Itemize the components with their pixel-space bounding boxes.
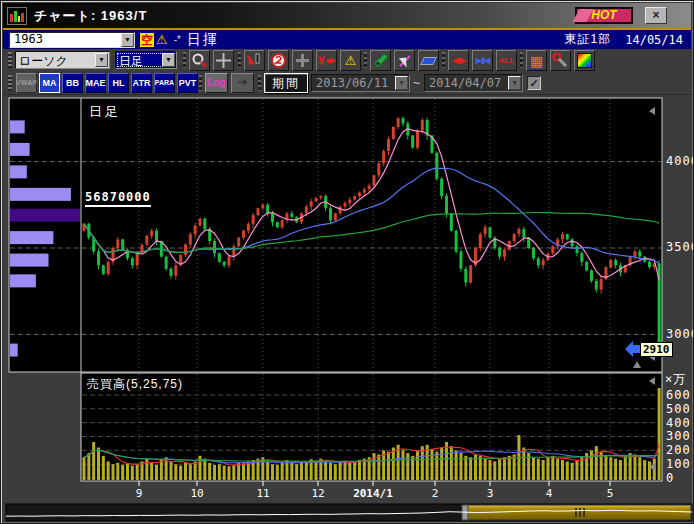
- margin-badge: 空: [140, 33, 154, 47]
- drop-marker-button[interactable]: [244, 50, 265, 71]
- window-title: チャート: 1963/T: [34, 7, 147, 25]
- toolbar-grip[interactable]: [8, 52, 12, 68]
- chart-style-dropdown-button[interactable]: ▼: [95, 53, 108, 67]
- toolbar-grip[interactable]: [8, 75, 12, 91]
- volume-unit-label: ×万: [665, 371, 686, 388]
- warning-icon: ⚠: [156, 33, 168, 47]
- yen-arrows-icon: ◀▶: [325, 56, 335, 65]
- volume-tick: 100: [666, 457, 691, 471]
- toolbar-separator: [364, 52, 367, 68]
- title-bar[interactable]: チャート: 1963/T HOT ×: [3, 3, 691, 28]
- timeframe-dropdown-button[interactable]: ▼: [162, 53, 175, 67]
- volume-profile-bar: [10, 188, 71, 201]
- alert-button[interactable]: ⚠: [340, 50, 361, 71]
- indicator-button-pvt[interactable]: PVT: [177, 73, 198, 93]
- date-from-field[interactable]: 2013/06/11 ▼: [311, 74, 410, 92]
- volume-ma-75: [84, 450, 659, 461]
- symbol-input[interactable]: [12, 33, 117, 46]
- candle-compress-icon: ◀▮▶: [452, 56, 466, 65]
- edge-scroll-arrow-icon: [649, 377, 655, 385]
- volume-tick: 500: [666, 402, 691, 416]
- date-to-dropdown-button[interactable]: ▼: [508, 76, 521, 90]
- step-arrow-icon: ➜: [237, 75, 247, 89]
- indicator-button-para[interactable]: PARA: [154, 73, 175, 93]
- indicator-button-vwap[interactable]: VWAP: [16, 73, 37, 93]
- indicator-button-hl[interactable]: HL: [108, 73, 129, 93]
- period-button[interactable]: 期間: [264, 73, 308, 93]
- indicator-button-bb[interactable]: BB: [62, 73, 83, 93]
- x-axis-tick: 4: [546, 487, 553, 500]
- edge-scroll-arrow-icon: [649, 463, 655, 471]
- chart-plot[interactable]: [3, 95, 693, 523]
- timer-button[interactable]: [268, 50, 289, 71]
- minimap-line: [6, 510, 692, 516]
- symbol-combobox: ▼: [9, 32, 135, 48]
- scrollbar-thumb-handle[interactable]: [462, 505, 468, 520]
- current-price-tag: 2910: [640, 342, 673, 357]
- symbol-dropdown-button[interactable]: ▼: [121, 33, 134, 47]
- volume-profile-bar: [10, 209, 80, 222]
- volume-pane-title: 売買高(5,25,75): [87, 376, 183, 393]
- yen-scale-button[interactable]: ¥ ◀▶: [316, 50, 337, 71]
- select-cursor-button[interactable]: [394, 50, 415, 71]
- pattern-button[interactable]: ▦: [526, 50, 547, 71]
- x-axis-tick: 2014/1: [353, 487, 393, 500]
- volume-profile-max-label: 56870000: [85, 190, 151, 207]
- draw-pencil-button[interactable]: [370, 50, 391, 71]
- price-ma-75: [84, 213, 659, 253]
- volume-profile-bar: [10, 231, 53, 244]
- toolbar-separator: [183, 52, 186, 68]
- zoom-button[interactable]: [189, 50, 210, 71]
- x-axis-tick: 12: [311, 487, 324, 500]
- edge-scroll-arrow-icon: [649, 107, 655, 115]
- crosshair-button[interactable]: [213, 50, 234, 71]
- toolbar-separator: [238, 52, 241, 68]
- show-all-button[interactable]: ALL: [496, 50, 517, 71]
- indicator-button-ma[interactable]: MA: [39, 73, 60, 93]
- volume-tick: 400: [666, 416, 691, 430]
- close-button[interactable]: ×: [645, 7, 667, 24]
- grid-tool-button-disabled[interactable]: [292, 50, 313, 71]
- pencil-icon: [374, 54, 387, 67]
- chart-style-select[interactable]: ローソク ▼: [15, 51, 110, 69]
- date-from-dropdown-button[interactable]: ▼: [395, 76, 408, 90]
- x-axis-tick: 10: [190, 487, 203, 500]
- volume-tick: 300: [666, 429, 691, 443]
- volume-profile-bar: [10, 274, 36, 287]
- symbol-name: 日揮: [187, 31, 219, 49]
- rainbow-icon: [577, 53, 592, 68]
- indicator-button-mae[interactable]: MAE: [85, 73, 106, 93]
- chart-area: 日足 56870000 売買高(5,25,75) ×万 2910 4000350…: [3, 95, 691, 521]
- volume-tick: 600: [666, 388, 691, 402]
- settings-tools-button[interactable]: [550, 50, 571, 71]
- volume-ma-5: [84, 445, 659, 465]
- quote-right: 東証1部 14/05/14: [565, 31, 683, 48]
- volume-profile-bar: [10, 143, 30, 156]
- volume-profile-bar: [10, 254, 49, 267]
- scrollbar-thumb[interactable]: [467, 505, 691, 520]
- date-to-field[interactable]: 2014/04/07 ▼: [424, 74, 523, 92]
- range-checkbox[interactable]: ✓: [527, 76, 541, 90]
- app-chart-icon: [7, 7, 27, 25]
- widen-bars-button[interactable]: ▶▮◀: [472, 50, 493, 71]
- log-scale-button[interactable]: Log: [205, 73, 228, 93]
- eraser-button[interactable]: [418, 50, 439, 71]
- toolbar-separator: [199, 75, 202, 91]
- hot-button[interactable]: HOT: [575, 7, 633, 24]
- mesh-icon: ▦: [530, 54, 543, 68]
- step-forward-button[interactable]: ➜: [231, 73, 254, 93]
- volume-profile-bar: [10, 120, 25, 133]
- price-ma-25: [84, 168, 659, 263]
- price-tick: 4000: [666, 154, 694, 168]
- volume-tick: 0: [666, 471, 674, 485]
- color-settings-button[interactable]: [574, 50, 595, 71]
- narrow-bars-button[interactable]: ◀▮▶: [448, 50, 469, 71]
- indicator-button-atr[interactable]: ATR: [131, 73, 152, 93]
- chart-window: チャート: 1963/T HOT × ▼ 空 ⚠ -* 日揮 東証1部 14/0…: [0, 0, 694, 524]
- timeframe-select[interactable]: 日足 ▼: [115, 51, 177, 69]
- cross-tool-icon: [294, 52, 311, 69]
- marker-up-icon: [633, 361, 641, 368]
- range-separator: ~: [413, 76, 420, 90]
- price-ma-5: [84, 129, 659, 280]
- x-axis-tick: 9: [136, 487, 143, 500]
